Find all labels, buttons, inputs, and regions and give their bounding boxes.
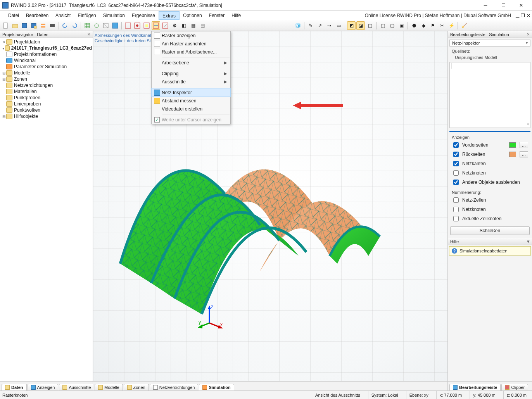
snap-icon[interactable]	[92, 21, 101, 30]
persp-3-icon[interactable]: ◫	[366, 21, 374, 30]
help-dropdown-icon[interactable]: ▾	[527, 239, 530, 244]
tool-f-icon[interactable]: 🧹	[460, 21, 468, 30]
nav-close-icon[interactable]: ×	[87, 32, 90, 37]
chk-andere-ausblenden[interactable]: Andere Objekte ausblenden	[448, 178, 532, 187]
swatch-back-more[interactable]: …	[520, 151, 528, 157]
tab-clipper[interactable]: Clipper	[501, 384, 528, 390]
persp-1-icon[interactable]: ◩	[347, 21, 356, 30]
tree-item[interactable]: Materialien	[1, 88, 92, 95]
menu-ergebnisse[interactable]: Ergebnisse	[128, 11, 159, 20]
menu-optionen[interactable]: Optionen	[180, 11, 206, 20]
menu-simulation[interactable]: Simulation	[100, 11, 128, 20]
tab-simulation[interactable]: Simulation	[199, 384, 234, 390]
undo-icon[interactable]	[61, 21, 69, 30]
sim-7-icon[interactable]: ◧	[180, 21, 188, 30]
chk-netzkanten[interactable]: Netzkanten	[448, 159, 532, 168]
tab-zonen[interactable]: Zonen	[124, 384, 149, 390]
tree-item[interactable]: Parameter der Simulation	[1, 64, 92, 70]
menu-ausschnitte[interactable]: Ausschnitte▶	[152, 78, 230, 86]
tree-item[interactable]: Projektinformationen	[1, 51, 92, 57]
chk-netz-zellen[interactable]: Netz-Zellen	[448, 195, 532, 205]
menu-netz-inspektor[interactable]: Netz-Inspektor	[152, 88, 230, 97]
rp-textarea[interactable]: ▾	[449, 62, 530, 128]
tool-a-icon[interactable]: ⬣	[410, 21, 418, 30]
tree-item[interactable]: ⊞Hilfsobjekte	[1, 113, 92, 119]
help-body[interactable]: ?Simulationseingabedaten	[449, 246, 531, 256]
save-icon[interactable]	[20, 21, 29, 30]
redo-icon[interactable]	[70, 21, 79, 30]
chk-netzknoten[interactable]: Netzknoten	[448, 168, 532, 178]
nav-tree[interactable]: ▾Projektdaten ▾241017_Triangles.rf6_LC3_…	[0, 38, 93, 381]
rp-close-icon[interactable]: ×	[527, 32, 530, 37]
viewport-3d[interactable]: Abmessungen des Windkanals:Geschwindigke…	[93, 31, 447, 381]
tree-item[interactable]: ⊞Zonen	[1, 76, 92, 82]
tool-c-icon[interactable]: ⚑	[428, 21, 437, 30]
maximize-button[interactable]: ☐	[495, 1, 512, 10]
menu-einfuegen[interactable]: Einfügen	[74, 11, 99, 20]
minimize-button[interactable]: ─	[477, 1, 494, 10]
save-as-icon[interactable]	[29, 21, 38, 30]
sim-5-icon[interactable]	[161, 21, 169, 30]
new-file-icon[interactable]	[2, 21, 10, 30]
left-tab-daten[interactable]: Daten	[2, 384, 27, 390]
mdi-close[interactable]: ✕	[527, 13, 530, 18]
tree-root[interactable]: ▾Projektdaten	[1, 39, 92, 45]
menu-am-raster-ausrichten[interactable]: Am Raster ausrichten	[152, 40, 230, 48]
grid-icon[interactable]	[83, 21, 92, 30]
left-tab-anzeigen[interactable]: Anzeigen	[28, 384, 59, 390]
settings-icon[interactable]	[39, 21, 47, 30]
tool-b-icon[interactable]: ◆	[419, 21, 428, 30]
mesh-icon[interactable]	[111, 21, 119, 30]
rp-mode-dropdown[interactable]: Netz-Inspektor	[449, 40, 530, 47]
tree-item[interactable]: Punktwolken	[1, 107, 92, 113]
swatch-front-more[interactable]: …	[520, 142, 528, 148]
left-tab-ausschnitte[interactable]: Ausschnitte	[59, 384, 94, 390]
sim-4-icon[interactable]	[152, 21, 160, 30]
tree-item[interactable]: ⊞Modelle	[1, 70, 92, 76]
menu-werte-cursor[interactable]: ✓Werte unter Cursor anzeigen	[152, 116, 230, 124]
persp-2-icon[interactable]: ◪	[356, 21, 365, 30]
menu-abstand-messen[interactable]: Abstand messen	[152, 97, 230, 105]
menu-extras[interactable]: Extras	[159, 11, 180, 20]
close-button[interactable]: ✕	[513, 1, 530, 10]
view-4-icon[interactable]: ⇢	[325, 21, 333, 30]
tree-item[interactable]: Punktproben	[1, 95, 92, 101]
plane-icon[interactable]	[102, 21, 110, 30]
sim-2-icon[interactable]	[133, 21, 142, 30]
view-5-icon[interactable]: ▭	[334, 21, 343, 30]
menu-datei[interactable]: Datei	[5, 11, 22, 20]
menu-bearbeiten[interactable]: Bearbeiten	[22, 11, 52, 20]
video-icon[interactable]	[48, 21, 57, 30]
sim-3-icon[interactable]	[142, 21, 151, 30]
tree-item[interactable]: Windkanal	[1, 57, 92, 64]
mdi-minimize[interactable]: ▁	[516, 13, 519, 18]
view-3-icon[interactable]: ↗	[316, 21, 324, 30]
sim-6-icon[interactable]: ⚙	[170, 21, 179, 30]
chk-rueckseiten[interactable]: Rückseiten…	[448, 150, 532, 159]
menu-videodatei[interactable]: Videodatei erstellen	[152, 105, 230, 113]
tree-item[interactable]: Linienproben	[1, 101, 92, 107]
tab-netzverdichtungen[interactable]: Netzverdichtungen	[150, 384, 199, 390]
sim-9-icon[interactable]: ▤	[198, 21, 207, 30]
view-2-icon[interactable]: ✎	[306, 21, 315, 30]
open-file-icon[interactable]	[11, 21, 19, 30]
tool-d-icon[interactable]: ✂	[438, 21, 446, 30]
box-2-icon[interactable]: ▢	[388, 21, 396, 30]
view-1-icon[interactable]: 🧊	[294, 21, 302, 30]
chk-netzknoten-num[interactable]: Netzknoten	[448, 205, 532, 214]
menu-fenster[interactable]: Fenster	[206, 11, 228, 20]
sim-8-icon[interactable]: ▦	[189, 21, 197, 30]
tree-item[interactable]: Netzverdichtungen	[1, 82, 92, 88]
menu-hilfe[interactable]: Hilfe	[228, 11, 244, 20]
menu-raster-arbeitsebene[interactable]: Raster und Arbeitsebene...	[152, 48, 230, 56]
menu-arbeitsebene[interactable]: Arbeitsebene▶	[152, 59, 230, 67]
menu-ansicht[interactable]: Ansicht	[52, 11, 74, 20]
chk-aktuelle-zellknoten[interactable]: Aktuelle Zellknoten	[448, 214, 532, 223]
menu-clipping[interactable]: Clipping▶	[152, 69, 230, 78]
box-3-icon[interactable]: ▣	[397, 21, 406, 30]
tab-bearbeitungsleiste[interactable]: Bearbeitungsleiste	[449, 384, 501, 390]
tab-modelle[interactable]: Modelle	[95, 384, 123, 390]
tree-project[interactable]: ▾241017_Triangles.rf6_LC3_6cac27ed	[1, 45, 92, 51]
menu-raster-anzeigen[interactable]: Raster anzeigen	[152, 31, 230, 40]
mdi-restore[interactable]: ❐	[521, 13, 525, 18]
